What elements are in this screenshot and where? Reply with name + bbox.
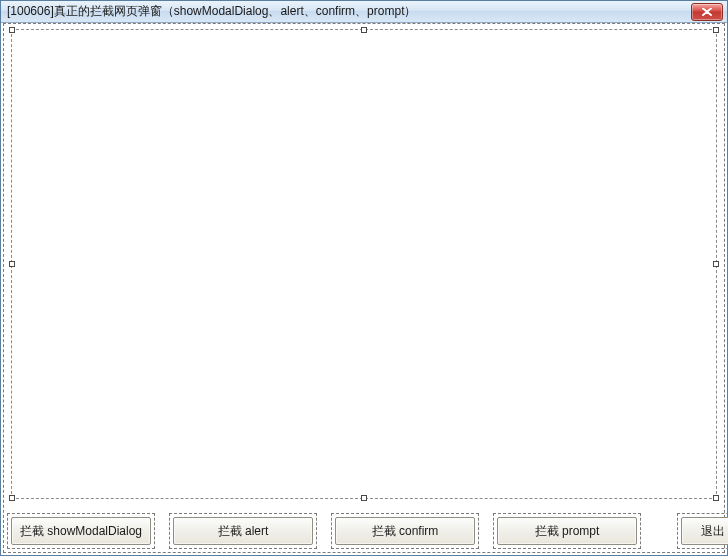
button-label: 拦截 prompt <box>535 523 600 540</box>
block-confirm-button[interactable]: 拦截 confirm <box>335 517 475 545</box>
titlebar: [100606]真正的拦截网页弹窗（showModalDialog、alert、… <box>1 1 727 23</box>
resize-handle-ne[interactable] <box>713 27 719 33</box>
button-label: 拦截 alert <box>218 523 269 540</box>
resize-handle-sw[interactable] <box>9 495 15 501</box>
app-window: [100606]真正的拦截网页弹窗（showModalDialog、alert、… <box>0 0 728 556</box>
close-icon <box>702 8 712 16</box>
exit-button[interactable]: 退出 <box>681 517 728 545</box>
button-label: 拦截 showModalDialog <box>20 523 142 540</box>
resize-handle-nw[interactable] <box>9 27 15 33</box>
button-slot: 拦截 showModalDialog <box>11 517 151 545</box>
button-slot: 拦截 prompt <box>497 517 637 545</box>
resize-handle-w[interactable] <box>9 261 15 267</box>
webview-panel[interactable] <box>11 29 717 499</box>
block-prompt-button[interactable]: 拦截 prompt <box>497 517 637 545</box>
resize-handle-e[interactable] <box>713 261 719 267</box>
close-button[interactable] <box>691 3 723 21</box>
resize-handle-se[interactable] <box>713 495 719 501</box>
button-slot: 退出 <box>681 517 728 545</box>
block-alert-button[interactable]: 拦截 alert <box>173 517 313 545</box>
block-showmodaldialog-button[interactable]: 拦截 showModalDialog <box>11 517 151 545</box>
button-slot: 拦截 alert <box>173 517 313 545</box>
form-designer-surface[interactable]: 拦截 showModalDialog 拦截 alert 拦截 confirm 拦… <box>1 23 727 555</box>
window-title: [100606]真正的拦截网页弹窗（showModalDialog、alert、… <box>7 3 691 20</box>
button-label: 退出 <box>701 523 725 540</box>
resize-handle-n[interactable] <box>361 27 367 33</box>
button-row: 拦截 showModalDialog 拦截 alert 拦截 confirm 拦… <box>11 517 717 545</box>
button-label: 拦截 confirm <box>372 523 439 540</box>
button-slot: 拦截 confirm <box>335 517 475 545</box>
resize-handle-s[interactable] <box>361 495 367 501</box>
